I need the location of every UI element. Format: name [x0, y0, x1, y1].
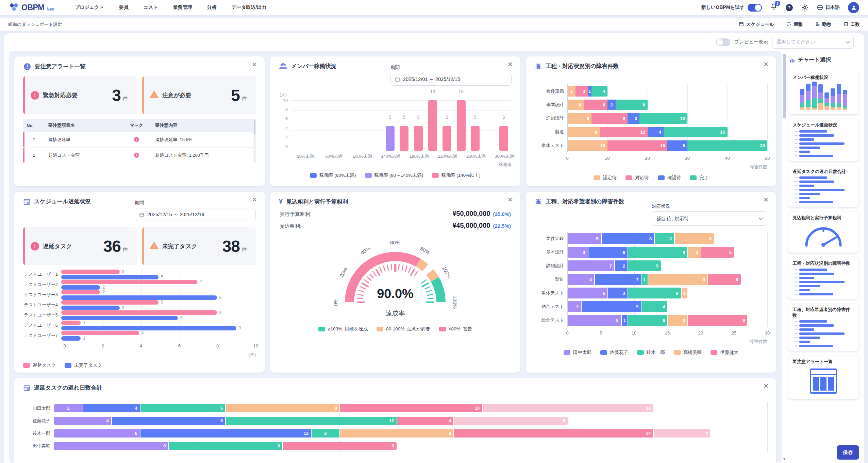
menu-item-4[interactable]: 分析: [207, 4, 217, 11]
legend-item[interactable]: 完了: [690, 175, 708, 181]
legend-label: ≥100%: 目標を達成: [328, 326, 368, 332]
scrollbar-thumb[interactable]: [783, 54, 786, 118]
legend-label: 佐藤花子: [610, 349, 628, 356]
stacked-bar-chart: 山田太郎24681012佐藤花子481248鈴木一郎61228144田中美咲88…: [23, 402, 767, 452]
menu-item-5[interactable]: データ取込/出力: [232, 4, 267, 11]
dashboard-select[interactable]: 選択してください: [772, 36, 854, 49]
chart-thumbnail-3[interactable]: 見込粗利と実行予算粗利: [788, 212, 858, 253]
legend-item[interactable]: 未完了タスク: [65, 362, 102, 368]
quick-link-3[interactable]: 工数: [844, 21, 860, 28]
save-button[interactable]: 保存: [837, 445, 859, 460]
stat-value: 3: [112, 86, 121, 105]
plot-area: 294: [567, 300, 767, 313]
stacked-bar: 725: [568, 260, 661, 271]
legend-item[interactable]: <80%: 警告: [439, 326, 472, 332]
legend-item[interactable]: 稼働率 (140%以上): [432, 172, 481, 178]
close-icon[interactable]: [507, 196, 513, 203]
close-icon[interactable]: [763, 383, 769, 389]
status-filter-select[interactable]: 認定待, 対応待: [652, 211, 767, 226]
legend-label: 伊藤健太: [720, 349, 738, 356]
chart-row: テストユーザー328: [23, 290, 256, 300]
bar: [61, 280, 197, 284]
calendar-icon: [395, 77, 400, 82]
legend-item[interactable]: 遅延タスク: [23, 362, 56, 368]
gear-icon[interactable]: [801, 4, 808, 11]
chart-row: 田中美咲888: [23, 440, 767, 452]
chart-thumbnail-4[interactable]: 工程・対応状況別の障害件数: [788, 257, 858, 299]
legend-color-chip: [310, 173, 317, 178]
segment-value: 6: [587, 116, 589, 121]
x-tick-label: 300%未満: [495, 154, 514, 159]
toggle-knob: [755, 4, 761, 11]
preview-toggle[interactable]: [716, 38, 730, 46]
legend-item[interactable]: 80-100%: 注意が必要: [377, 326, 430, 332]
gauge-tick: [359, 290, 365, 292]
quick-link-1[interactable]: 週報: [786, 21, 803, 28]
stacked-bar: 24681012: [54, 404, 653, 412]
thumbnail-title: 工程・対応状況別の障害件数: [792, 261, 854, 266]
scroll-down-arrow[interactable]: ▼: [783, 457, 786, 461]
menu-item-1[interactable]: 要員: [119, 4, 129, 11]
bar-segment: 4: [568, 274, 594, 285]
legend-item[interactable]: 認定待: [594, 175, 617, 181]
legend-item[interactable]: 対応待: [625, 175, 649, 181]
close-icon[interactable]: [763, 196, 769, 203]
category-label: テストユーザー4: [23, 302, 61, 308]
gridline: [482, 440, 482, 452]
notifications-button[interactable]: 3: [770, 3, 778, 12]
period-input[interactable]: 2025/12/15 ～ 2025/12/19: [135, 208, 256, 221]
close-icon[interactable]: [252, 61, 257, 68]
chart-thumbnail-6[interactable]: 要注意アラート一覧: [788, 356, 858, 399]
x-tick-label: 15: [665, 330, 670, 336]
legend-item[interactable]: 確認待: [658, 175, 681, 181]
legend-color-chip: [65, 363, 71, 368]
bar-segment: 8: [339, 429, 454, 438]
legend-item[interactable]: 佐藤花子: [600, 349, 628, 356]
table-row[interactable]: 2超過コスト金額!超過コスト金額: 1,200千円: [23, 148, 256, 163]
quick-link-2[interactable]: 勤怠: [815, 21, 831, 28]
gridline: [701, 300, 701, 313]
period-input[interactable]: 2025/12/01 ～ 2025/12/15: [390, 73, 512, 86]
table-scrollbar[interactable]: [253, 119, 256, 163]
bar: [61, 326, 236, 330]
gridline: [256, 269, 256, 341]
legend-item[interactable]: 高橋美咲: [674, 349, 702, 356]
chart-legend: 遅延タスク未完了タスク: [23, 362, 256, 368]
legend-item[interactable]: 稼働率 (80%未満): [310, 172, 356, 178]
chart-thumbnail-1[interactable]: スケジュール遅延状況: [788, 119, 858, 160]
chart-row: テストユーザー453: [23, 300, 256, 310]
legend-item[interactable]: 伊藤健太: [711, 349, 738, 356]
bar-segment: 7: [568, 260, 614, 271]
legend-label: 稼働率 (80%未満): [319, 172, 356, 178]
legend-item[interactable]: 稼働率 (80～140%未満): [365, 172, 423, 178]
bar: [457, 100, 466, 151]
close-icon[interactable]: [763, 61, 769, 68]
bar-segment: 4: [54, 417, 111, 425]
bar-line: 2: [61, 285, 256, 290]
language-selector[interactable]: 日本語: [817, 4, 840, 11]
thumbnail-column: [818, 84, 823, 110]
menu-item-3[interactable]: 業務管理: [173, 4, 192, 11]
quick-link-0[interactable]: スケジュール: [739, 21, 774, 28]
thumbnail-column: [843, 90, 847, 110]
thumbnail-bar: [799, 130, 827, 133]
thumbnail-bar: [799, 328, 814, 331]
trial-toggle[interactable]: [748, 4, 762, 12]
period-label: 期間: [390, 65, 512, 71]
chart-thumbnail-0[interactable]: メンバー稼働状況: [788, 71, 858, 114]
app-logo[interactable]: OBPM Neo: [9, 2, 54, 13]
menu-item-0[interactable]: プロジェクト: [75, 4, 104, 11]
help-button[interactable]: ?: [786, 4, 793, 11]
table-row[interactable]: 1進捗遅延率!進捗遅延率: 15.5%: [23, 132, 256, 148]
user-avatar[interactable]: [848, 2, 859, 13]
quick-link-label: スケジュール: [746, 21, 774, 28]
legend-item[interactable]: ≥100%: 目標を達成: [318, 326, 368, 332]
segment-value: 12: [303, 431, 308, 436]
chart-thumbnail-5[interactable]: 工程、対応希望者別の障害件数: [788, 304, 858, 351]
filter-value: 認定待, 対応待: [657, 216, 689, 222]
page: OBPM Neo プロジェクト要員コスト業務管理分析データ取込/出力 新しいOB…: [0, 0, 868, 463]
menu-item-2[interactable]: コスト: [144, 4, 158, 11]
chart-thumbnail-2[interactable]: 遅延タスクの遅れ日数合計: [788, 166, 858, 207]
legend-item[interactable]: 鈴木一郎: [637, 349, 665, 356]
legend-item[interactable]: 田中太郎: [564, 349, 591, 356]
